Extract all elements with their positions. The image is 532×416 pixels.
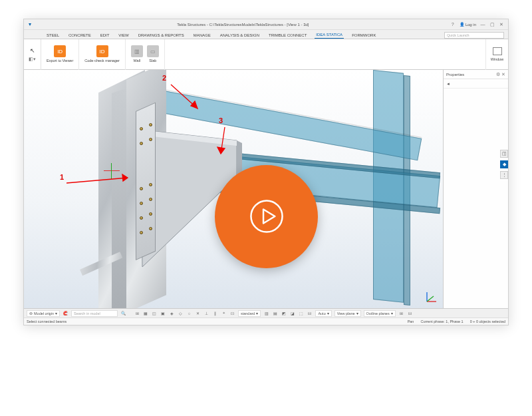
window-icon [493, 47, 502, 55]
properties-speaker-icon[interactable]: ◄ [446, 82, 450, 86]
toolbar-icon[interactable]: ⊞ [398, 310, 404, 316]
annotation-label-1: 1 [60, 173, 64, 181]
snap-icon[interactable]: ⌖ [221, 310, 227, 316]
selection-count: 0 + 0 objects selected [470, 319, 505, 323]
svg-point-12 [251, 200, 282, 232]
snap-icon[interactable]: ◈ [169, 310, 175, 316]
window-panel-button[interactable]: Window [485, 39, 508, 70]
codecheck-label: Code-check manager [84, 59, 120, 63]
slab-button[interactable]: ▭ Slab [147, 45, 159, 63]
snap-icon[interactable]: ⊥ [203, 310, 209, 316]
snap-icon[interactable]: ◇ [178, 310, 184, 316]
annotation-label-3: 3 [219, 116, 223, 124]
outline-planes-dropdown[interactable]: Outline planes▾ [364, 310, 396, 317]
properties-options-icon[interactable]: ⚙ ✕ [496, 72, 505, 77]
model-origin-button[interactable]: ⊚Model origin▾ [27, 310, 60, 317]
bolt [149, 183, 152, 186]
side-tabs: ◫ ◆ ⋮ [500, 150, 508, 179]
tab-analysis[interactable]: ANALYSIS & DESIGN [219, 32, 261, 39]
tab-manage[interactable]: MANAGE [192, 32, 212, 39]
snap-icon[interactable]: ○ [186, 310, 192, 316]
window-panel-label: Window [491, 57, 504, 61]
bolt [149, 138, 152, 141]
tab-drawings[interactable]: DRAWINGS & REPORTS [137, 32, 186, 39]
tab-view[interactable]: VIEW [117, 32, 130, 39]
search-icon[interactable]: 🔍 [120, 310, 126, 316]
snap-icon[interactable]: ⊞ [134, 310, 140, 316]
tab-idea-statica[interactable]: IDEA STATICA [315, 31, 344, 39]
snap-icon[interactable]: ∥ [212, 310, 218, 316]
minimize-button[interactable]: — [480, 22, 485, 27]
view-plane-dropdown[interactable]: View plane▾ [334, 310, 361, 317]
properties-panel: Properties ⚙ ✕ ◄ ◫ ◆ ⋮ [443, 70, 508, 308]
tab-steel[interactable]: STEEL [45, 32, 61, 39]
sidetab-3[interactable]: ⋮ [500, 171, 508, 179]
magnet-icon[interactable]: 🧲 [63, 310, 68, 316]
sidetab-2[interactable]: ◆ [500, 160, 508, 168]
standard-dropdown[interactable]: standard▾ [238, 310, 261, 317]
toolbar-icon[interactable]: ◪ [289, 310, 295, 316]
play-icon [246, 196, 287, 237]
quick-access-toolbar: ↖ ◧▾ [24, 39, 41, 70]
toolbar-icon[interactable]: ⊟ [307, 310, 313, 316]
snap-icon[interactable]: ◫ [152, 310, 158, 316]
annotation-arrow-2 [167, 82, 207, 115]
annotation-label-2: 2 [162, 74, 166, 82]
tab-concrete[interactable]: CONCRETE [67, 32, 92, 39]
status-bar: ⊚Model origin▾ 🧲 Search in model 🔍 ⊞ ▦ ◫… [24, 308, 508, 317]
toolbar-icon[interactable]: ⬚ [298, 310, 304, 316]
svg-line-5 [427, 296, 434, 302]
snap-icon[interactable]: ▦ [143, 310, 149, 316]
window-title: Tekla Structures - C:\TeklaStructuresMod… [36, 23, 450, 27]
app-menu-icon[interactable]: ▾ [29, 21, 31, 27]
wall-button[interactable]: ▥ Wall [131, 45, 143, 63]
auto-dropdown[interactable]: Auto▾ [315, 310, 331, 317]
tab-edit[interactable]: EDIT [99, 32, 111, 39]
svg-line-6 [66, 178, 128, 183]
bolt [149, 198, 152, 201]
bolt [149, 227, 152, 230]
snap-icon[interactable]: ✕ [195, 310, 201, 316]
bolt [149, 123, 152, 126]
maximize-button[interactable]: ▢ [489, 22, 495, 27]
export-viewer-icon: ID [54, 45, 66, 57]
annotation-arrow-3 [211, 124, 238, 160]
ribbon: ↖ ◧▾ ID Export to Viewer ID Code-check m… [24, 39, 508, 70]
snap-icon[interactable]: ▣ [160, 310, 166, 316]
phase-indicator: Current phase: 1, Phase 1 [420, 319, 463, 323]
select-tool-icon[interactable]: ↖ [30, 47, 35, 54]
nav-mode: Pan [408, 319, 414, 323]
tab-trimble[interactable]: TRIMBLE CONNECT [267, 32, 308, 39]
svg-marker-9 [191, 101, 198, 108]
slab-icon: ▭ [147, 45, 159, 57]
toolbar-icon[interactable]: ▥ [263, 310, 269, 316]
export-viewer-label: Export to Viewer [47, 59, 73, 63]
end-plate [136, 103, 156, 260]
codecheck-icon: ID [96, 45, 108, 57]
quick-launch-input[interactable]: Quick Launch [444, 32, 504, 39]
toolbar-icon[interactable]: ▤ [272, 310, 278, 316]
wall-label: Wall [134, 59, 141, 63]
export-viewer-button[interactable]: ID Export to Viewer [41, 39, 79, 70]
search-model-input[interactable]: Search in model [71, 310, 118, 317]
close-button[interactable]: ✕ [499, 22, 504, 27]
titlebar: ▾ Tekla Structures - C:\TeklaStructuresM… [24, 19, 508, 30]
toolbar-icon[interactable]: ⊟ [407, 310, 413, 316]
bolt [140, 216, 143, 220]
tab-formwork[interactable]: FORMWORK [350, 32, 377, 39]
sidetab-1[interactable]: ◫ [500, 150, 508, 158]
selection-filter-icon[interactable]: ◧▾ [29, 57, 36, 62]
bolt [140, 127, 143, 130]
svg-marker-13 [263, 209, 275, 223]
toolbar-icon[interactable]: ◩ [281, 310, 287, 316]
login-link[interactable]: 👤Log in [460, 22, 476, 27]
snap-icon[interactable]: ⊡ [229, 310, 235, 316]
bolt [140, 202, 143, 205]
bolt [149, 212, 152, 216]
play-button[interactable] [215, 165, 318, 268]
codecheck-button[interactable]: ID Code-check manager [79, 39, 126, 70]
svg-marker-11 [217, 147, 225, 154]
help-icon[interactable]: ? [450, 22, 456, 27]
ribbon-tabs: STEEL CONCRETE EDIT VIEW DRAWINGS & REPO… [24, 30, 508, 39]
column-web [112, 89, 126, 308]
